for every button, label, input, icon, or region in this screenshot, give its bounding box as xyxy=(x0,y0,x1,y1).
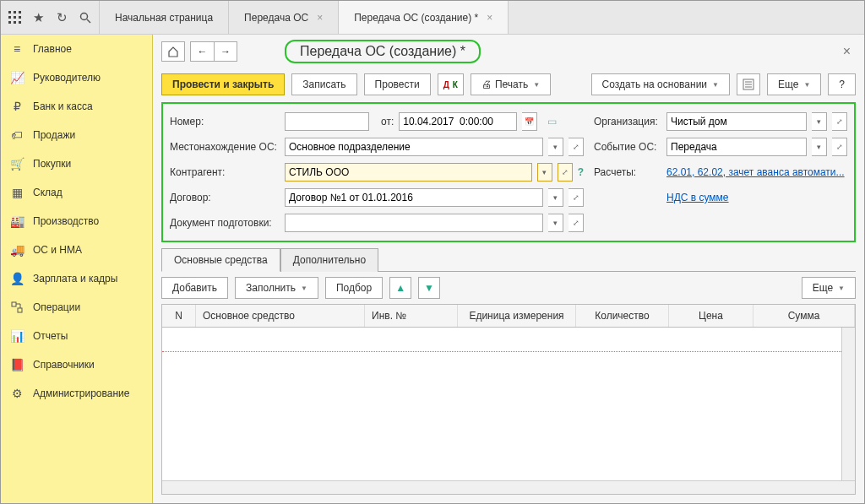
col-inv[interactable]: Инв. № xyxy=(365,305,458,327)
open-button[interactable]: ⤢ xyxy=(569,188,584,207)
home-button[interactable] xyxy=(161,41,185,62)
nav-forward-button[interactable]: → xyxy=(214,41,237,62)
col-price[interactable]: Цена xyxy=(669,305,753,327)
tag-icon: 🏷 xyxy=(9,127,24,143)
svg-rect-8 xyxy=(19,21,21,24)
sidebar-item-admin[interactable]: ⚙Администрирование xyxy=(1,379,152,408)
pick-button[interactable]: Подбор xyxy=(325,277,383,299)
save-button[interactable]: Записать xyxy=(291,73,356,95)
svg-rect-0 xyxy=(8,11,11,14)
tab-additional[interactable]: Дополнительно xyxy=(280,248,378,272)
tab-label: Начальная страница xyxy=(115,12,213,24)
col-n[interactable]: N xyxy=(162,305,196,327)
open-button[interactable]: ⤢ xyxy=(832,112,847,131)
help-button[interactable]: ? xyxy=(828,73,856,95)
sidebar-item-warehouse[interactable]: ▦Склад xyxy=(1,178,152,207)
calc-link[interactable]: 62.01, 62.02, зачет аванса автомати... xyxy=(666,166,845,178)
scrollbar-vertical[interactable] xyxy=(841,328,855,480)
open-button[interactable]: ⤢ xyxy=(569,214,584,232)
more-button[interactable]: Еще▼ xyxy=(767,73,821,95)
factory-icon: 🏭 xyxy=(9,214,24,229)
tab-transfer-create[interactable]: Передача ОС (создание) *× xyxy=(339,1,509,34)
sidebar-item-label: Склад xyxy=(33,187,63,198)
post-and-close-button[interactable]: Провести и закрыть xyxy=(161,73,285,95)
prep-doc-label: Документ подготовки: xyxy=(170,217,280,229)
col-asset[interactable]: Основное средство xyxy=(196,305,365,327)
col-sum[interactable]: Сумма xyxy=(753,305,855,327)
chart-icon: 📈 xyxy=(9,70,24,85)
dropdown-button[interactable]: ▾ xyxy=(548,138,563,156)
contract-input[interactable] xyxy=(285,188,543,207)
open-button[interactable]: ⤢ xyxy=(558,163,573,182)
history-icon[interactable]: ↻ xyxy=(55,11,68,24)
sidebar-item-salary[interactable]: 👤Зарплата и кадры xyxy=(1,264,152,293)
sidebar-item-sales[interactable]: 🏷Продажи xyxy=(1,121,152,149)
sidebar-item-bank[interactable]: ₽Банк и касса xyxy=(1,92,152,121)
sidebar-item-label: Справочники xyxy=(33,359,95,371)
open-button[interactable]: ⤢ xyxy=(569,138,584,156)
ruble-icon: ₽ xyxy=(9,99,24,114)
post-button[interactable]: Провести xyxy=(364,73,431,95)
boxes-icon: ▦ xyxy=(9,185,24,200)
sidebar-item-purchases[interactable]: 🛒Покупки xyxy=(1,149,152,178)
contract-label: Договор: xyxy=(170,192,280,203)
calendar-button[interactable]: 📅 xyxy=(522,112,537,131)
dropdown-button[interactable]: ▾ xyxy=(548,188,563,207)
sidebar-item-production[interactable]: 🏭Производство xyxy=(1,207,152,236)
print-button[interactable]: 🖨Печать▼ xyxy=(471,73,551,95)
move-down-button[interactable]: ▼ xyxy=(418,277,440,299)
table-body[interactable] xyxy=(162,328,855,480)
number-input[interactable] xyxy=(285,112,369,131)
sidebar-item-operations[interactable]: Операции xyxy=(1,293,152,322)
tab-main-assets[interactable]: Основные средства xyxy=(161,248,280,272)
close-form-button[interactable]: × xyxy=(838,44,856,59)
apps-icon[interactable] xyxy=(8,11,21,24)
table-more-button[interactable]: Еще▼ xyxy=(802,277,856,299)
report-icon: 📊 xyxy=(9,328,24,344)
tab-transfer[interactable]: Передача ОС× xyxy=(229,1,339,34)
dropdown-button[interactable]: ▾ xyxy=(548,214,563,232)
menu-icon: ≡ xyxy=(9,41,24,57)
create-based-button[interactable]: Создать на основании▼ xyxy=(591,73,730,95)
event-input[interactable] xyxy=(666,138,807,156)
scrollbar-horizontal[interactable] xyxy=(162,480,855,494)
ops-icon xyxy=(9,300,24,315)
dropdown-button[interactable]: ▾ xyxy=(812,112,827,131)
dt-kt-button[interactable]: ДК xyxy=(438,73,464,95)
doc-icon: ▭ xyxy=(547,116,557,127)
sidebar-item-manager[interactable]: 📈Руководителю xyxy=(1,63,152,92)
move-up-button[interactable]: ▲ xyxy=(389,277,411,299)
sidebar-item-main[interactable]: ≡Главное xyxy=(1,35,152,63)
dropdown-button[interactable]: ▾ xyxy=(812,138,827,156)
tab-label: Передача ОС (создание) * xyxy=(354,12,478,24)
close-icon[interactable]: × xyxy=(487,12,492,24)
book-icon: 📕 xyxy=(9,357,24,372)
sidebar-item-assets[interactable]: 🚚ОС и НМА xyxy=(1,236,152,264)
sidebar-item-label: Операции xyxy=(33,301,80,313)
contractor-input[interactable] xyxy=(285,163,532,182)
org-input[interactable] xyxy=(666,112,807,131)
col-unit[interactable]: Единица измерения xyxy=(458,305,576,327)
dropdown-button[interactable]: ▾ xyxy=(537,163,552,182)
search-icon[interactable] xyxy=(79,11,92,24)
nav-back-button[interactable]: ← xyxy=(190,41,214,62)
open-button[interactable]: ⤢ xyxy=(832,138,847,156)
close-icon[interactable]: × xyxy=(317,12,323,24)
related-button[interactable] xyxy=(737,73,760,95)
date-input[interactable] xyxy=(399,112,517,131)
prep-doc-input[interactable] xyxy=(285,214,543,232)
sidebar-item-references[interactable]: 📕Справочники xyxy=(1,350,152,379)
add-row-button[interactable]: Добавить xyxy=(161,277,228,299)
tab-home[interactable]: Начальная страница xyxy=(99,1,229,34)
fill-button[interactable]: Заполнить▼ xyxy=(235,277,318,299)
help-icon[interactable]: ? xyxy=(578,166,584,178)
vat-link[interactable]: НДС в сумме xyxy=(666,192,729,203)
col-qty[interactable]: Количество xyxy=(576,305,669,327)
star-icon[interactable]: ★ xyxy=(31,11,45,24)
svg-rect-7 xyxy=(14,21,16,24)
sidebar-item-reports[interactable]: 📊Отчеты xyxy=(1,322,152,350)
location-input[interactable] xyxy=(285,138,543,156)
number-label: Номер: xyxy=(170,116,280,127)
tab-label: Передача ОС xyxy=(244,12,308,24)
cart-icon: 🛒 xyxy=(9,156,24,171)
